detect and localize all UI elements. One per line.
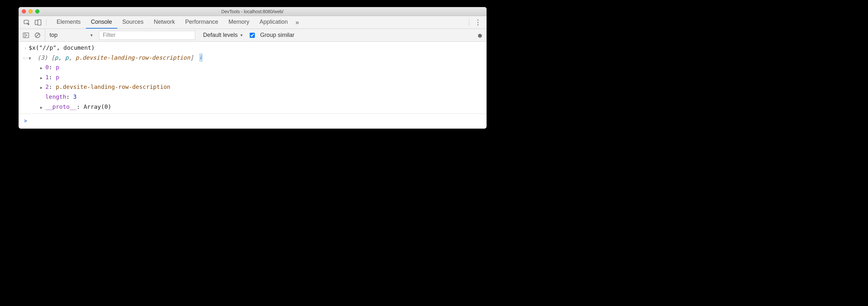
tab-network[interactable]: Network xyxy=(149,16,180,29)
tab-elements[interactable]: Elements xyxy=(52,16,86,29)
proto-value: Array(0) xyxy=(84,103,112,110)
toggle-sidebar-icon[interactable] xyxy=(22,31,30,39)
summary-item: p xyxy=(65,54,69,61)
tab-label: Elements xyxy=(57,19,81,25)
result-count: (3) xyxy=(37,54,48,61)
console-input-empty[interactable] xyxy=(29,116,483,126)
entry-value: p xyxy=(56,74,59,81)
traffic-lights xyxy=(22,9,39,13)
entry-index: 2 xyxy=(45,83,49,90)
overflow-tabs-button[interactable]: » xyxy=(293,16,302,29)
inspect-element-icon[interactable] xyxy=(22,18,31,27)
group-similar-checkbox[interactable] xyxy=(250,33,255,38)
context-label: top xyxy=(50,32,58,38)
minimize-window-button[interactable] xyxy=(29,9,33,13)
summary-item: p.devsite-landing-row-description xyxy=(75,54,190,61)
tab-label: Sources xyxy=(122,19,144,25)
info-badge-icon[interactable]: i xyxy=(199,53,203,62)
divider xyxy=(46,19,46,26)
titlebar: DevTools - localhost:8080/web/ xyxy=(19,7,487,16)
chevron-down-icon: ▼ xyxy=(90,33,94,37)
filter-input[interactable] xyxy=(99,31,195,40)
tab-label: Performance xyxy=(185,19,218,25)
length-label: length xyxy=(45,93,66,100)
levels-label: Default levels xyxy=(203,32,238,38)
entry-value: p.devsite-landing-row-description xyxy=(56,83,170,90)
close-window-button[interactable] xyxy=(22,9,26,13)
tab-sources[interactable]: Sources xyxy=(117,16,149,29)
object-tree: ▶0: p ▶1: p ▶2: p.devsite-landing-row-de… xyxy=(29,62,483,112)
collapse-toggle-icon[interactable]: ▼ xyxy=(29,55,34,62)
window-title: DevTools - localhost:8080/web/ xyxy=(19,9,487,14)
chevrons-icon: » xyxy=(296,19,299,26)
console-input-row: › $x("//p", document) xyxy=(19,43,487,53)
device-toolbar-icon[interactable] xyxy=(33,18,43,27)
svg-rect-2 xyxy=(38,20,41,25)
output-marker-icon: ‹· xyxy=(23,53,29,62)
group-similar-label: Group similar xyxy=(260,32,294,38)
console-prompt-row[interactable]: > xyxy=(19,114,487,129)
bracket-close: ] xyxy=(190,54,194,61)
prompt-icon: > xyxy=(23,116,29,126)
tab-label: Network xyxy=(154,19,175,25)
main-menu-button[interactable]: ⋮ xyxy=(472,18,483,27)
console-output[interactable]: ▼ (3) [p, p, p.devsite-landing-row-descr… xyxy=(29,53,483,112)
tab-console[interactable]: Console xyxy=(86,16,117,29)
tab-label: Console xyxy=(91,19,112,25)
expand-toggle-icon[interactable]: ▶ xyxy=(40,65,45,71)
log-levels-selector[interactable]: Default levels ▼ xyxy=(203,32,243,38)
entry-index: 0 xyxy=(45,64,49,71)
panel-tabs: Elements Console Sources Network Perform… xyxy=(52,16,466,29)
bracket-open: [ xyxy=(51,54,55,61)
panel-tabbar: Elements Console Sources Network Perform… xyxy=(19,16,487,29)
tree-entry[interactable]: ▶1: p xyxy=(40,73,483,82)
console-output-row: ‹· ▼ (3) [p, p, p.devsite-landing-row-de… xyxy=(19,53,487,112)
entry-value: p xyxy=(56,64,59,71)
tab-application[interactable]: Application xyxy=(254,16,293,29)
input-prompt-icon: › xyxy=(23,43,29,53)
tree-length: length: 3 xyxy=(40,92,483,102)
expand-toggle-icon[interactable]: ▶ xyxy=(40,84,45,91)
divider xyxy=(469,19,469,26)
length-value: 3 xyxy=(73,93,76,100)
clear-console-icon[interactable] xyxy=(33,31,42,39)
tree-proto[interactable]: ▶__proto__: Array(0) xyxy=(40,102,483,112)
tab-memory[interactable]: Memory xyxy=(223,16,254,29)
zoom-window-button[interactable] xyxy=(35,9,39,13)
execution-context-selector[interactable]: top ▼ xyxy=(45,29,94,41)
tree-entry[interactable]: ▶2: p.devsite-landing-row-description xyxy=(40,82,483,92)
chevron-down-icon: ▼ xyxy=(240,33,243,37)
tab-label: Application xyxy=(260,19,288,25)
console-settings-icon[interactable] xyxy=(475,31,483,39)
proto-label: __proto__ xyxy=(45,103,77,110)
svg-rect-0 xyxy=(24,20,29,24)
tree-entry[interactable]: ▶0: p xyxy=(40,62,483,73)
summary-item: p xyxy=(55,54,58,61)
expand-toggle-icon[interactable]: ▶ xyxy=(40,104,45,111)
svg-rect-3 xyxy=(23,33,29,37)
console-input-code[interactable]: $x("//p", document) xyxy=(29,43,483,53)
entry-index: 1 xyxy=(45,74,49,81)
tab-label: Memory xyxy=(228,19,249,25)
console-toolbar: top ▼ Default levels ▼ Group similar xyxy=(19,29,487,42)
expand-toggle-icon[interactable]: ▶ xyxy=(40,75,45,81)
svg-line-6 xyxy=(36,34,39,37)
console-body: › $x("//p", document) ‹· ▼ (3) [p, p, p.… xyxy=(19,42,487,129)
devtools-window: DevTools - localhost:8080/web/ Elements … xyxy=(19,7,487,129)
tab-performance[interactable]: Performance xyxy=(180,16,223,29)
